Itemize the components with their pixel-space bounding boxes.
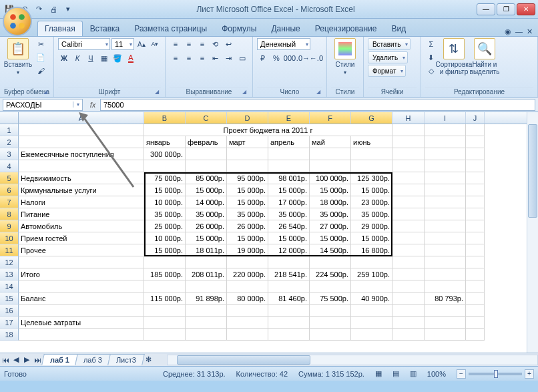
cell[interactable]: [392, 305, 425, 317]
percent-icon[interactable]: %: [270, 52, 282, 64]
row-header[interactable]: 14: [0, 280, 19, 292]
font-color-icon[interactable]: A: [125, 52, 137, 64]
cell[interactable]: [425, 305, 466, 317]
cell[interactable]: [392, 160, 425, 172]
zoom-out-icon[interactable]: −: [457, 369, 466, 379]
grow-font-icon[interactable]: A▴: [136, 38, 148, 50]
cell[interactable]: [227, 148, 268, 160]
cell[interactable]: 98 001р.: [268, 172, 310, 184]
cell[interactable]: 40 900р.: [351, 292, 392, 305]
cell[interactable]: Налоги: [19, 196, 144, 208]
row-header[interactable]: 8: [0, 208, 19, 220]
sheet-tab-1[interactable]: лаб 1: [41, 354, 78, 365]
cell[interactable]: [425, 196, 466, 208]
cell[interactable]: 15 000р.: [144, 184, 186, 196]
help-icon[interactable]: ◉: [505, 27, 511, 36]
sort-filter-button[interactable]: ⇅ Сортировка и фильтр: [440, 38, 468, 75]
cell[interactable]: 15 000р.: [227, 232, 268, 244]
formula-input[interactable]: 75000: [100, 99, 535, 111]
row-header[interactable]: 10: [0, 232, 19, 244]
cell[interactable]: [425, 208, 466, 220]
cell[interactable]: [392, 196, 425, 208]
find-select-button[interactable]: 🔍 Найти и выделить: [471, 38, 499, 75]
copy-icon[interactable]: 📄: [35, 51, 47, 63]
cell[interactable]: [268, 148, 310, 160]
cell[interactable]: май: [310, 136, 351, 148]
sheet-nav-next-icon[interactable]: ▶: [21, 355, 32, 364]
cell[interactable]: апрель: [268, 136, 310, 148]
cell[interactable]: Недвижимость: [19, 172, 144, 184]
cell[interactable]: 35 000р.: [186, 208, 227, 220]
orientation-icon[interactable]: ⟲: [210, 38, 222, 50]
cell[interactable]: [466, 124, 485, 136]
cut-icon[interactable]: ✂: [35, 38, 47, 50]
cell[interactable]: 15 000р.: [310, 232, 351, 244]
cell[interactable]: [466, 184, 485, 196]
cell[interactable]: [186, 280, 227, 292]
cell[interactable]: [268, 317, 310, 329]
cell[interactable]: 81 460р.: [268, 292, 310, 305]
cell[interactable]: [425, 329, 466, 341]
cell[interactable]: [351, 305, 392, 317]
tab-home[interactable]: Главная: [37, 21, 83, 36]
cell[interactable]: [227, 317, 268, 329]
number-format-combo[interactable]: Денежный: [257, 38, 310, 50]
vertical-scrollbar[interactable]: [527, 112, 538, 353]
cell[interactable]: 12 000р.: [268, 244, 310, 256]
cell[interactable]: [392, 329, 425, 341]
qat-more-icon[interactable]: ▾: [61, 3, 75, 16]
cell[interactable]: [186, 329, 227, 341]
cell[interactable]: [227, 329, 268, 341]
cell[interactable]: 15 000р.: [186, 184, 227, 196]
cell[interactable]: [392, 280, 425, 292]
cell[interactable]: [310, 148, 351, 160]
wrap-text-icon[interactable]: ↩: [223, 38, 235, 50]
cell[interactable]: [186, 305, 227, 317]
maximize-button[interactable]: ❐: [497, 3, 515, 15]
fill-color-icon[interactable]: 🪣: [111, 52, 123, 64]
cell[interactable]: [351, 317, 392, 329]
cell[interactable]: [19, 136, 144, 148]
cell[interactable]: 91 898р.: [186, 292, 227, 305]
row-header[interactable]: 1: [0, 124, 19, 136]
cell[interactable]: 220 000р.: [227, 268, 268, 280]
cell[interactable]: 26 000р.: [186, 220, 227, 232]
cell[interactable]: 15 000р.: [144, 244, 186, 256]
name-box-dropdown-icon[interactable]: ▾: [73, 102, 82, 108]
print-icon[interactable]: 🖨: [47, 3, 60, 16]
font-name-combo[interactable]: Calibri: [58, 38, 110, 50]
cell[interactable]: [144, 280, 186, 292]
italic-button[interactable]: К: [71, 52, 83, 64]
cell[interactable]: 10 000р.: [144, 232, 186, 244]
cell[interactable]: 26 540р.: [268, 220, 310, 232]
cell[interactable]: 95 000р.: [227, 172, 268, 184]
view-pagelayout-icon[interactable]: ▤: [392, 369, 399, 378]
cell[interactable]: 15 000р.: [351, 232, 392, 244]
cell[interactable]: 80 000р.: [227, 292, 268, 305]
cell[interactable]: [466, 160, 485, 172]
close-button[interactable]: ✕: [517, 3, 535, 15]
cell[interactable]: 16 800р.: [351, 244, 392, 256]
styles-button[interactable]: Стили ▾: [331, 38, 359, 75]
cell[interactable]: 14 000р.: [186, 196, 227, 208]
format-cells-button[interactable]: Формат: [368, 65, 407, 77]
cell[interactable]: [466, 317, 485, 329]
cell[interactable]: [268, 280, 310, 292]
cell[interactable]: 27 000р.: [310, 220, 351, 232]
currency-icon[interactable]: ₽: [257, 52, 269, 64]
cell[interactable]: 23 000р.: [351, 196, 392, 208]
cell[interactable]: [392, 244, 425, 256]
column-header[interactable]: D: [227, 112, 268, 124]
cell[interactable]: [19, 305, 144, 317]
cell[interactable]: 15 000р.: [227, 184, 268, 196]
cell[interactable]: 115 000р.: [144, 292, 186, 305]
cell[interactable]: [144, 305, 186, 317]
cell[interactable]: Питание: [19, 208, 144, 220]
cell[interactable]: март: [227, 136, 268, 148]
paste-button[interactable]: 📋 Вставить ▾: [4, 38, 32, 75]
cell[interactable]: 14 500р.: [310, 244, 351, 256]
row-header[interactable]: 4: [0, 160, 19, 172]
cell[interactable]: 25 000р.: [144, 220, 186, 232]
tab-formulas[interactable]: Формулы: [214, 21, 264, 36]
cell[interactable]: [392, 148, 425, 160]
